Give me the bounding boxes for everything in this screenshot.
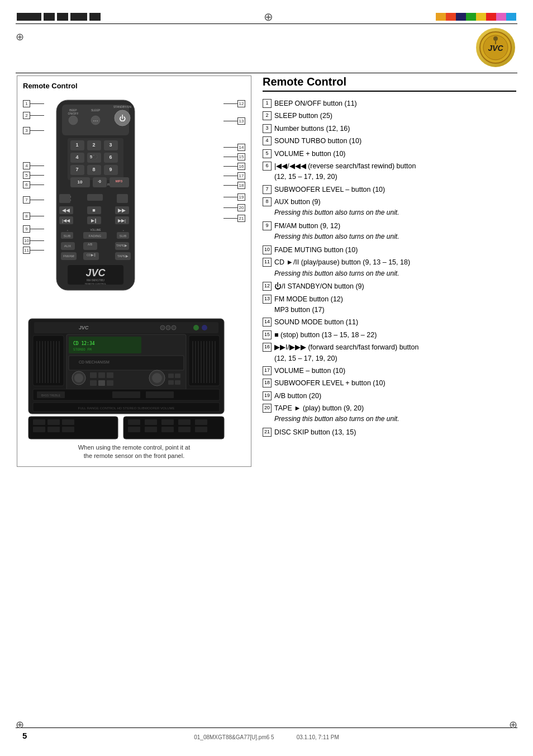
list-item-13: 13 FM MODE button (12) MP3 button (17) bbox=[263, 294, 516, 316]
svg-text:SLEEP: SLEEP bbox=[91, 108, 101, 112]
label-4: 4 bbox=[23, 162, 30, 169]
label-2: 2 bbox=[23, 112, 30, 119]
color-rects bbox=[436, 13, 516, 21]
list-item-15: 15 ■ (stop) button (13 – 15, 18 – 22) bbox=[263, 330, 516, 341]
color-rect-7 bbox=[496, 13, 506, 21]
svg-text:9: 9 bbox=[109, 167, 112, 172]
svg-text:STANDBY/ON: STANDBY/ON bbox=[113, 105, 132, 108]
svg-text:JVC: JVC bbox=[85, 267, 106, 278]
svg-text:JVC: JVC bbox=[79, 325, 89, 330]
svg-rect-133 bbox=[168, 380, 174, 385]
svg-rect-151 bbox=[128, 427, 140, 432]
svg-text:10: 10 bbox=[78, 179, 83, 185]
svg-text:■: ■ bbox=[92, 207, 95, 213]
svg-text:3: 3 bbox=[109, 142, 112, 148]
jvc-brand-logo: JVC bbox=[476, 28, 515, 67]
label-15: 15 bbox=[237, 153, 245, 160]
svg-text:FM/AM: FM/AM bbox=[63, 254, 74, 258]
crosshair-bottom-right: ⊕ bbox=[509, 719, 517, 731]
black-rect-5 bbox=[89, 13, 101, 21]
svg-point-92 bbox=[172, 325, 176, 330]
label-3: 3 bbox=[23, 127, 30, 134]
svg-rect-124 bbox=[98, 372, 105, 378]
svg-text:• • •: • • • bbox=[93, 119, 98, 122]
svg-text:REMOTE  CONTROL: REMOTE CONTROL bbox=[85, 282, 107, 285]
svg-text:TAPE▶: TAPE▶ bbox=[117, 254, 129, 258]
color-rect-5 bbox=[476, 13, 486, 21]
label-12: 12 bbox=[237, 100, 245, 107]
list-item-14: 14 SOUND MODE button (11) bbox=[263, 317, 516, 328]
bottom-divider bbox=[16, 727, 517, 728]
svg-point-130 bbox=[152, 373, 162, 383]
svg-rect-134 bbox=[175, 380, 180, 385]
svg-text:SUB: SUB bbox=[64, 234, 70, 238]
label-11: 11 bbox=[23, 247, 30, 254]
footer-left: 01_08MXGT88&GA77[U].pm6 5 bbox=[194, 734, 274, 740]
svg-rect-44 bbox=[59, 194, 70, 203]
list-item-7: 7 SUBWOOFER LEVEL – button (10) bbox=[263, 185, 516, 195]
list-item-5: 5 VOLUME + button (10) bbox=[263, 149, 516, 159]
left-panel: Remote Control 1 2 3 bbox=[17, 75, 251, 722]
svg-rect-143 bbox=[33, 419, 45, 425]
svg-text:7: 7 bbox=[75, 167, 78, 172]
black-rect-3 bbox=[57, 13, 68, 21]
right-panel: Remote Control 1 BEEP ON/OFF button (11)… bbox=[263, 75, 516, 722]
page-number: 5 bbox=[22, 731, 27, 740]
svg-text:JVC: JVC bbox=[488, 44, 503, 53]
svg-rect-152 bbox=[145, 419, 157, 425]
color-rect-1 bbox=[436, 13, 446, 21]
svg-text:VOLUME: VOLUME bbox=[90, 229, 101, 231]
svg-text:6: 6 bbox=[109, 154, 112, 160]
list-item-17: 17 VOLUME – button (10) bbox=[263, 366, 516, 376]
svg-rect-157 bbox=[178, 427, 191, 432]
svg-text:▶▶|: ▶▶| bbox=[118, 218, 126, 223]
svg-point-90 bbox=[160, 325, 165, 330]
svg-text:4: 4 bbox=[75, 154, 78, 160]
svg-rect-150 bbox=[128, 419, 140, 425]
svg-rect-131 bbox=[168, 374, 174, 378]
label-13: 13 bbox=[237, 117, 245, 125]
center-crosshair: ⊕ bbox=[264, 10, 273, 23]
remote-control-box: Remote Control 1 2 3 bbox=[17, 75, 251, 467]
list-item-4: 4 SOUND TURBO button (10) bbox=[263, 136, 516, 147]
list-item-20: 20 TAPE ► (play) button (9, 20) Pressing… bbox=[263, 403, 516, 426]
svg-rect-47 bbox=[117, 194, 128, 203]
svg-text:FADING: FADING bbox=[89, 234, 102, 238]
list-item-6: 6 |◀◀/◀◀◀ (reverse search/fast rewind) b… bbox=[263, 161, 516, 183]
svg-rect-125 bbox=[107, 372, 113, 378]
crosshair-top-left: ⊕ bbox=[16, 31, 24, 43]
svg-rect-147 bbox=[62, 419, 74, 425]
list-item-16: 16 ▶▶I/▶▶▶ (forward search/fast forward)… bbox=[263, 342, 516, 364]
black-rect-2 bbox=[44, 13, 55, 21]
logo-circle: JVC bbox=[476, 28, 515, 67]
svg-rect-138 bbox=[112, 391, 140, 398]
crosshair-bottom-left: ⊕ bbox=[16, 719, 24, 731]
label-5: 5 bbox=[23, 172, 30, 179]
label-21: 21 bbox=[237, 215, 245, 222]
color-rect-6 bbox=[486, 13, 496, 21]
right-labels: 12 13 14 15 bbox=[223, 100, 245, 222]
label-18: 18 bbox=[237, 182, 245, 189]
black-rect-1 bbox=[17, 13, 41, 21]
color-rect-3 bbox=[456, 13, 466, 21]
label-1: 1 bbox=[23, 100, 30, 107]
svg-text:1: 1 bbox=[75, 142, 78, 148]
label-17: 17 bbox=[237, 172, 245, 179]
list-item-8: 8 AUX button (9) Pressing this button al… bbox=[263, 197, 516, 219]
list-item-18: 18 SUBWOOFER LEVEL + button (10) bbox=[263, 378, 516, 389]
left-labels: 1 2 3 4 5 bbox=[23, 100, 44, 254]
black-rect-4 bbox=[70, 13, 87, 21]
svg-text:▶▶: ▶▶ bbox=[118, 207, 126, 213]
svg-text:AUX: AUX bbox=[64, 244, 71, 248]
svg-text:⏻: ⏻ bbox=[119, 115, 126, 122]
svg-text:|◀◀: |◀◀ bbox=[62, 218, 70, 223]
svg-rect-123 bbox=[90, 372, 97, 378]
svg-point-93 bbox=[193, 325, 199, 330]
color-rect-8 bbox=[506, 13, 516, 21]
footer: 01_08MXGT88&GA77[U].pm6 5 03.1.10, 7:11 … bbox=[194, 734, 339, 740]
svg-point-91 bbox=[166, 325, 170, 330]
svg-point-11 bbox=[69, 116, 78, 125]
svg-point-3 bbox=[493, 36, 498, 41]
svg-text:BASS  TREBLE: BASS TREBLE bbox=[41, 394, 61, 397]
label-10: 10 bbox=[23, 237, 30, 244]
